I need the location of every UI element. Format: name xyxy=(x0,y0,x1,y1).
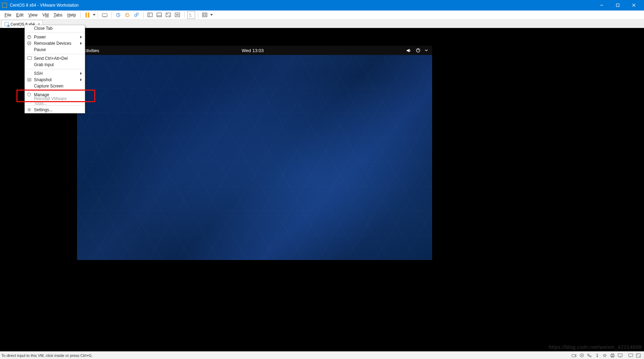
chevron-down-icon[interactable] xyxy=(93,14,96,16)
cm-removable-devices[interactable]: Removable Devices xyxy=(25,40,85,47)
svg-rect-7 xyxy=(157,13,161,17)
cm-close-tab[interactable]: Close Tab xyxy=(25,25,85,31)
svg-rect-16 xyxy=(27,57,32,59)
svg-rect-30 xyxy=(629,354,633,357)
power-icon xyxy=(27,35,32,40)
svg-point-21 xyxy=(575,355,576,356)
svg-rect-31 xyxy=(636,354,640,357)
separator xyxy=(25,90,84,91)
svg-point-4 xyxy=(134,15,137,17)
svg-rect-11 xyxy=(203,14,206,16)
separator xyxy=(198,12,198,18)
sound-icon[interactable] xyxy=(602,353,608,358)
cm-snapshot[interactable]: Snapshot xyxy=(25,77,85,83)
svg-rect-25 xyxy=(590,356,591,357)
chevron-right-icon xyxy=(80,78,82,81)
menu-help[interactable]: Help xyxy=(65,12,78,19)
cm-send-cad[interactable]: Send Ctrl+Alt+Del xyxy=(25,55,85,62)
svg-point-19 xyxy=(29,109,30,111)
devices-icon xyxy=(27,41,32,46)
device-status-tray xyxy=(571,353,643,358)
volume-icon xyxy=(406,48,411,53)
svg-rect-6 xyxy=(148,13,152,17)
maximize-button[interactable] xyxy=(610,0,626,10)
snapshot-manager-button[interactable] xyxy=(133,11,140,19)
svg-point-22 xyxy=(580,354,583,357)
minimize-button[interactable] xyxy=(594,0,610,10)
window-title: CentOS 8 x64 - VMware Workstation xyxy=(10,3,594,8)
app-icon xyxy=(2,3,7,8)
chevron-right-icon xyxy=(80,36,82,38)
display-icon[interactable] xyxy=(617,353,623,358)
svg-point-14 xyxy=(28,42,31,45)
menu-file[interactable]: FFileile xyxy=(2,12,14,19)
manage-icon xyxy=(27,92,32,97)
tab-context-menu: Close Tab Power Removable Devices Pause … xyxy=(25,25,85,113)
svg-point-23 xyxy=(581,355,582,356)
menu-view[interactable]: View xyxy=(26,12,40,19)
chevron-down-icon[interactable] xyxy=(210,14,213,16)
clock[interactable]: Wed 13:03 xyxy=(242,48,264,53)
cm-reinstall-tools: Reinstall VMware Tools... xyxy=(25,98,85,104)
snapshot-take-button[interactable] xyxy=(115,11,122,19)
svg-rect-29 xyxy=(618,354,622,357)
menu-vm[interactable]: VM xyxy=(40,12,51,19)
send-cad-button[interactable] xyxy=(101,11,109,19)
cd-icon[interactable] xyxy=(579,353,584,358)
tab-row: CentOS 8 x64 × xyxy=(0,20,644,28)
svg-rect-10 xyxy=(202,13,207,17)
quick-switch-button[interactable] xyxy=(187,11,195,19)
gnome-top-bar: Activities Wed 13:03 xyxy=(77,46,432,55)
network-icon[interactable] xyxy=(587,353,592,358)
separator xyxy=(81,12,81,18)
chevron-down-icon xyxy=(425,49,428,51)
view-console-button[interactable] xyxy=(155,11,163,19)
system-tray[interactable] xyxy=(406,48,428,53)
snapshot-revert-button[interactable] xyxy=(124,11,131,19)
power-icon xyxy=(416,48,421,53)
svg-rect-0 xyxy=(616,4,619,7)
snapshot-icon xyxy=(27,77,32,82)
fit-screen-icon[interactable] xyxy=(636,353,641,358)
svg-rect-24 xyxy=(588,354,589,355)
menubar: FFileile Edit View VM Tabs Help xyxy=(0,10,644,20)
cm-settings[interactable]: Settings... xyxy=(25,107,85,113)
cm-power[interactable]: Power xyxy=(25,34,85,40)
view-fullscreen-button[interactable] xyxy=(165,11,172,19)
stretch-guest-button[interactable] xyxy=(201,11,209,19)
view-single-button[interactable] xyxy=(146,11,154,19)
separator xyxy=(98,12,98,18)
hdd-icon[interactable] xyxy=(571,353,577,358)
menu-edit[interactable]: Edit xyxy=(14,12,26,19)
cm-grab-input[interactable]: Grab Input xyxy=(25,62,85,68)
cm-capture-screen[interactable]: Capture Screen xyxy=(25,83,85,89)
cm-pause[interactable]: Pause xyxy=(25,47,85,53)
separator xyxy=(25,33,84,33)
message-icon[interactable] xyxy=(628,353,633,358)
printer-icon[interactable] xyxy=(610,353,615,358)
separator xyxy=(143,12,144,18)
svg-point-15 xyxy=(29,43,30,44)
svg-rect-27 xyxy=(611,354,614,355)
svg-point-5 xyxy=(136,13,138,15)
svg-rect-8 xyxy=(166,13,171,17)
view-unity-button[interactable] xyxy=(174,11,181,19)
guest-desktop[interactable]: Activities Wed 13:03 xyxy=(77,46,432,260)
vm-viewport[interactable]: Activities Wed 13:03 xyxy=(0,28,644,351)
chevron-right-icon xyxy=(80,42,82,45)
menu-tabs[interactable]: Tabs xyxy=(51,12,65,19)
close-button[interactable] xyxy=(626,0,642,10)
svg-point-18 xyxy=(29,79,30,80)
pause-icon xyxy=(85,13,89,17)
pause-vm-button[interactable] xyxy=(84,11,91,19)
statusbar: To direct input to this VM, click inside… xyxy=(0,351,644,359)
separator xyxy=(25,69,84,69)
cm-ssh[interactable]: SSH xyxy=(25,70,85,77)
svg-rect-17 xyxy=(28,78,31,81)
usb-icon[interactable] xyxy=(594,353,600,358)
keyboard-icon xyxy=(27,56,32,61)
vm-icon xyxy=(5,22,9,26)
separator xyxy=(111,12,112,18)
separator xyxy=(184,12,185,18)
gear-icon xyxy=(27,107,32,112)
